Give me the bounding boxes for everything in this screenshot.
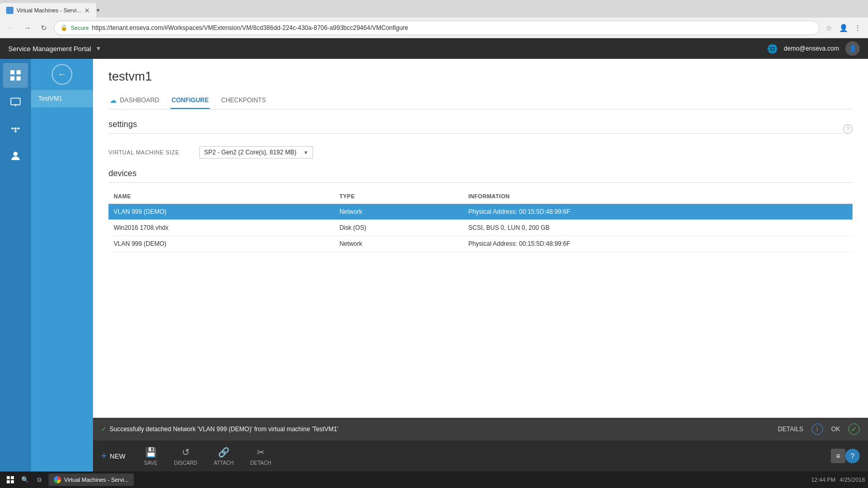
new-label: NEW [110,452,126,460]
taskbar-date: 4/25/2018 [840,477,865,483]
forward-button[interactable]: → [21,21,34,35]
vm-size-label: VIRTUAL MACHINE SIZE [109,149,191,155]
cell-name: VLAN 999 (DEMO) [109,204,334,220]
bookmark-star-icon[interactable]: ☆ [823,22,835,34]
devices-table-body: VLAN 999 (DEMO)NetworkPhysical Address: … [109,204,853,252]
sidebar-icon-grid[interactable] [3,63,28,88]
svg-point-14 [13,152,18,156]
user-avatar[interactable]: 👤 [845,41,860,56]
table-row[interactable]: VLAN 999 (DEMO)NetworkPhysical Address: … [109,204,853,220]
globe-icon[interactable]: 🌐 [767,44,778,54]
new-button[interactable]: + NEW [101,451,136,462]
header-right: 🌐 demo@enseva.com 👤 [767,41,860,56]
plus-icon: + [101,451,107,462]
user-email: demo@enseva.com [784,45,839,52]
back-arrow-icon: ← [58,70,66,79]
portal-header-left: Service Management Portal ▼ [8,45,101,53]
tabs: ☁ DASHBOARD CONFIGURE CHECKPOINTS [109,92,853,109]
detach-icon: ✂ [257,447,265,458]
start-button[interactable] [3,473,18,487]
status-details-label[interactable]: DETAILS [778,426,803,433]
vm-title: testvm1 [109,69,853,84]
new-tab-button[interactable]: + [96,7,100,14]
portal-header: Service Management Portal ▼ 🌐 demo@ensev… [0,38,868,59]
select-arrow-icon: ▼ [303,150,308,155]
status-actions: DETAILS i OK ✓ [778,423,860,435]
tab-dashboard-label: DASHBOARD [120,97,159,104]
nav-item-testvm1[interactable]: TestVM1 [31,90,93,107]
vm-size-select[interactable]: SP2 - Gen2 (2 Core(s), 8192 MB) ▼ [199,146,313,159]
back-circle: ← [52,64,72,85]
status-bar: ✓ Successfully detached Network 'VLAN 99… [93,418,868,440]
attach-button[interactable]: 🔗 ATTACH [206,445,242,468]
task-view-button[interactable]: ⧉ [32,473,47,487]
cell-type: Network [334,204,463,220]
taskbar-chrome-item[interactable]: Virtual Machines - Servi... [49,474,134,486]
cell-name: Win2016 1708.vhdx [109,220,334,236]
discard-icon: ↺ [182,447,190,458]
content-area: testvm1 ☁ DASHBOARD CONFIGURE CHECKPOINT… [93,59,868,418]
devices-table-header: NAME TYPE INFORMATION [109,189,853,204]
back-button[interactable]: ← [4,21,18,35]
svg-rect-18 [11,480,14,483]
taskbar-search-button[interactable]: 🔍 [18,473,32,487]
tab-checkpoints-label: CHECKPOINTS [221,97,266,104]
attach-label: ATTACH [214,460,234,466]
table-row[interactable]: Win2016 1708.vhdxDisk (OS)SCSI, BUS 0, L… [109,220,853,236]
attach-icon: 🔗 [218,447,229,458]
status-ok-label[interactable]: OK [831,426,840,433]
tab-checkpoints[interactable]: CHECKPOINTS [220,92,267,109]
cell-type: Network [334,236,463,252]
tab-configure[interactable]: CONFIGURE [171,92,210,109]
back-button[interactable]: ← [31,59,93,90]
col-type: TYPE [334,189,463,204]
save-icon: 💾 [145,447,157,458]
tab-configure-label: CONFIGURE [172,97,209,104]
user-profile-icon[interactable]: 👤 [837,22,849,34]
sidebar-icon-network[interactable] [3,117,28,141]
list-view-icon[interactable]: ≡ [831,449,845,463]
browser-tab[interactable]: Virtual Machines - Servi... ✕ [0,3,96,18]
address-bar[interactable]: 🔒 Secure https://tenant.enseva.com/#Work… [54,21,819,35]
discard-button[interactable]: ↺ DISCARD [166,445,206,468]
nav-panel: ← TestVM1 [31,59,93,471]
col-name: NAME [109,189,334,204]
detach-button[interactable]: ✂ DETACH [242,445,279,468]
vm-size-value: SP2 - Gen2 (2 Core(s), 8192 MB) [204,149,297,156]
url-text: https://tenant.enseva.com/#Workspaces/VM… [92,24,813,32]
status-info-icon[interactable]: i [812,423,823,435]
header-dropdown-icon[interactable]: ▼ [95,45,101,52]
vm-size-row: VIRTUAL MACHINE SIZE SP2 - Gen2 (2 Core(… [109,146,853,159]
devices-title: devices [109,169,853,183]
sidebar-icon-monitor[interactable] [3,90,28,115]
tab-dashboard[interactable]: ☁ DASHBOARD [109,92,160,109]
extensions-icon[interactable]: ⋮ [851,22,864,34]
cell-information: SCSI, BUS 0, LUN 0, 200 GB [463,220,853,236]
svg-rect-2 [10,76,14,81]
devices-table: NAME TYPE INFORMATION VLAN 999 (DEMO)Net… [109,189,853,252]
taskbar: 🔍 ⧉ Virtual Machines - Servi... 12:44 PM… [0,471,868,488]
reload-button[interactable]: ↻ [37,21,51,35]
cell-name: VLAN 999 (DEMO) [109,236,334,252]
svg-rect-16 [11,476,14,479]
status-ok-check-icon[interactable]: ✓ [848,423,860,435]
settings-help-icon[interactable]: ? [843,124,853,134]
svg-rect-10 [14,131,17,132]
help-icon[interactable]: ? [845,449,860,463]
status-check-icon: ✓ [101,426,106,433]
taskbar-time: 12:44 PM [811,477,835,483]
main-content: testvm1 ☁ DASHBOARD CONFIGURE CHECKPOINT… [93,59,868,471]
portal-title: Service Management Portal [8,45,91,53]
sidebar-icon-user[interactable] [3,144,28,168]
settings-section-header: settings ? [109,120,853,138]
secure-label: Secure [71,25,89,31]
table-row[interactable]: VLAN 999 (DEMO)NetworkPhysical Address: … [109,236,853,252]
svg-rect-4 [11,98,20,105]
taskbar-right: 12:44 PM 4/25/2018 [811,477,865,483]
cloud-icon: ☁ [110,96,117,104]
browser-toolbar-right: ☆ 👤 ⋮ [823,22,864,34]
tab-close-button[interactable]: ✕ [84,7,90,14]
devices-section: devices NAME TYPE INFORMATION VLAN 999 (… [109,169,853,252]
save-button[interactable]: 💾 SAVE [136,445,166,468]
settings-title: settings [109,120,843,134]
